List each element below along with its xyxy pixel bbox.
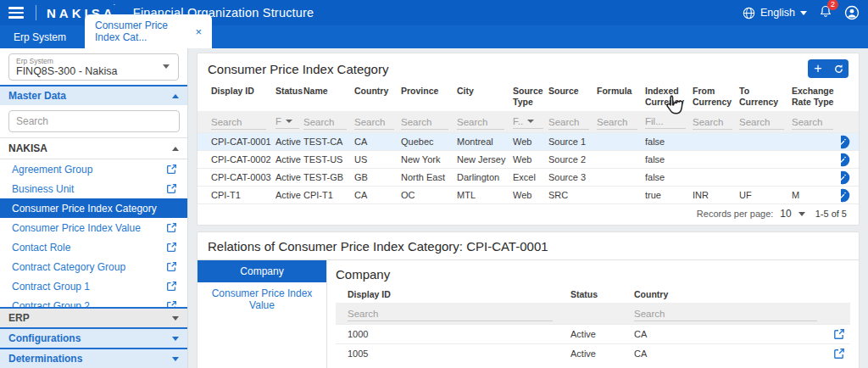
section-erp[interactable]: ERP xyxy=(0,307,187,327)
tab-erp-system[interactable]: Erp System xyxy=(0,26,80,48)
edit-button[interactable] xyxy=(841,188,850,203)
notifications-button[interactable]: 2 xyxy=(819,4,832,22)
filter-formula[interactable] xyxy=(597,115,637,130)
external-link-icon[interactable] xyxy=(166,164,177,175)
column-header[interactable]: Status xyxy=(275,82,303,100)
table-row[interactable]: CPI-CAT-0001 Active TEST-CA CA Quebec Mo… xyxy=(198,132,859,150)
sidebar-item-contract-group-1[interactable]: Contract Group 1 xyxy=(0,276,187,296)
table-row[interactable]: CPI-CAT-0002 Active TEST-US US New York … xyxy=(198,150,859,168)
filter-to-currency[interactable] xyxy=(739,115,784,130)
group-nakisa[interactable]: NAKISA xyxy=(0,137,187,159)
open-record-icon[interactable] xyxy=(833,328,845,340)
edit-button[interactable] xyxy=(841,135,850,149)
column-header[interactable]: From Currency xyxy=(693,82,739,111)
column-header[interactable]: Exchange Rate Type xyxy=(792,82,841,111)
filter-display-id[interactable] xyxy=(348,307,553,321)
cell-display-id: 1000 xyxy=(348,329,570,339)
sidebar-item-label: Agreement Group xyxy=(12,164,92,176)
column-header[interactable]: Display ID xyxy=(211,82,275,100)
filter-source[interactable] xyxy=(548,115,589,130)
cell-status: Active xyxy=(275,154,303,164)
filter-indexed-currency-dropdown[interactable]: Fil... xyxy=(645,114,686,129)
section-determinations[interactable]: Determinations xyxy=(0,348,187,368)
column-header[interactable]: Status xyxy=(570,287,634,303)
column-header[interactable]: City xyxy=(457,82,513,100)
table-row[interactable]: 1005 Active CA xyxy=(336,343,850,363)
pagination-range: 1-5 of 5 xyxy=(815,209,847,219)
column-header[interactable]: To Currency xyxy=(739,82,792,111)
edit-button[interactable] xyxy=(841,153,850,167)
filter-province[interactable] xyxy=(401,115,448,130)
filter-name[interactable] xyxy=(303,115,347,130)
chevron-up-icon xyxy=(172,147,179,151)
chevron-down-icon[interactable] xyxy=(798,212,805,216)
relations-nav-consumer-price-index-value[interactable]: Consumer Price Index Value xyxy=(198,282,326,316)
sidebar-item-label: Contract Category Group xyxy=(12,261,125,273)
filter-city[interactable] xyxy=(457,115,504,130)
erp-system-select[interactable]: Erp System FINQ8S-300 - Nakisa xyxy=(8,53,179,81)
external-link-icon[interactable] xyxy=(166,281,177,292)
cell-city: MTL xyxy=(457,190,513,200)
column-header[interactable]: Source Type xyxy=(513,82,548,111)
filter-country[interactable] xyxy=(634,307,817,321)
table-row[interactable]: CPI-T1 Active CPI-T1 CA OC MTL Web SRC t… xyxy=(198,186,859,204)
edit-button[interactable] xyxy=(841,170,850,185)
filter-from-currency[interactable] xyxy=(693,115,732,130)
company-table-filter-row xyxy=(336,303,850,324)
filter-status-dropdown[interactable]: F xyxy=(275,114,299,129)
cell-country: CA xyxy=(634,348,825,359)
sidebar-search-input[interactable] xyxy=(8,110,180,132)
column-header[interactable]: Country xyxy=(354,82,401,100)
external-link-icon[interactable] xyxy=(166,300,177,307)
column-header[interactable]: Indexed Currency xyxy=(645,82,693,111)
user-avatar-icon[interactable] xyxy=(844,5,860,20)
sidebar-item-consumer-price-index-category[interactable]: Consumer Price Index Category xyxy=(0,198,187,218)
sidebar-item-contract-group-2[interactable]: Contract Group 2 xyxy=(0,296,187,307)
filter-display-id[interactable] xyxy=(211,115,266,130)
column-header[interactable]: Formula xyxy=(597,82,645,100)
cell-status: Active xyxy=(570,348,634,359)
sidebar-item-consumer-price-index-value[interactable]: Consumer Price Index Value xyxy=(0,218,187,237)
sidebar-item-list: Agreement Group Business Unit Consumer P… xyxy=(0,159,187,307)
add-button[interactable]: + xyxy=(808,59,828,78)
external-link-icon[interactable] xyxy=(166,222,177,233)
sidebar-item-business-unit[interactable]: Business Unit xyxy=(0,179,187,198)
cell-indexed-currency: false xyxy=(645,154,693,164)
table-row[interactable]: 1000 Active CA xyxy=(336,324,850,343)
cell-indexed-currency: false xyxy=(645,137,693,147)
records-per-page-value[interactable]: 10 xyxy=(780,208,791,220)
section-master-data[interactable]: Master Data xyxy=(0,85,187,105)
table-row[interactable]: CPI-CAT-0003 Active TEST-GB GB North Eas… xyxy=(198,168,859,186)
external-link-icon[interactable] xyxy=(166,183,177,194)
external-link-icon[interactable] xyxy=(166,242,177,253)
column-header[interactable]: Name xyxy=(303,82,354,100)
section-configurations[interactable]: Configurations xyxy=(0,327,187,348)
filter-source-type-dropdown[interactable]: F.. xyxy=(513,114,543,129)
close-icon[interactable]: × xyxy=(195,26,202,37)
sidebar-item-agreement-group[interactable]: Agreement Group xyxy=(0,159,187,179)
filter-country[interactable] xyxy=(354,115,394,130)
cell-display-id: CPI-T1 xyxy=(211,190,275,200)
column-header[interactable]: Country xyxy=(634,287,825,303)
column-header[interactable]: Province xyxy=(401,82,457,100)
hamburger-menu-icon[interactable] xyxy=(8,7,24,19)
cell-display-id: 1005 xyxy=(348,348,570,359)
pencil-icon xyxy=(841,188,850,203)
filter-label: F xyxy=(275,116,281,126)
column-header[interactable]: Display ID xyxy=(348,287,570,303)
language-selector[interactable]: English xyxy=(743,7,807,20)
chevron-down-icon xyxy=(163,64,170,69)
refresh-button[interactable] xyxy=(828,59,849,78)
logo-divider xyxy=(36,5,36,20)
sidebar-item-contact-role[interactable]: Contact Role xyxy=(0,237,187,257)
sidebar-item-contract-category-group[interactable]: Contract Category Group xyxy=(0,257,187,276)
cell-city: New Jersey xyxy=(457,154,513,164)
relations-nav-company[interactable]: Company xyxy=(198,260,326,282)
column-header[interactable]: Source xyxy=(548,82,597,100)
cell-status: Active xyxy=(570,329,634,339)
open-record-icon[interactable] xyxy=(833,348,845,360)
external-link-icon[interactable] xyxy=(166,261,177,272)
sidebar: Erp System FINQ8S-300 - Nakisa Master Da… xyxy=(0,48,188,368)
chevron-down-icon xyxy=(527,120,534,123)
filter-exchange-rate-type[interactable] xyxy=(792,115,833,130)
